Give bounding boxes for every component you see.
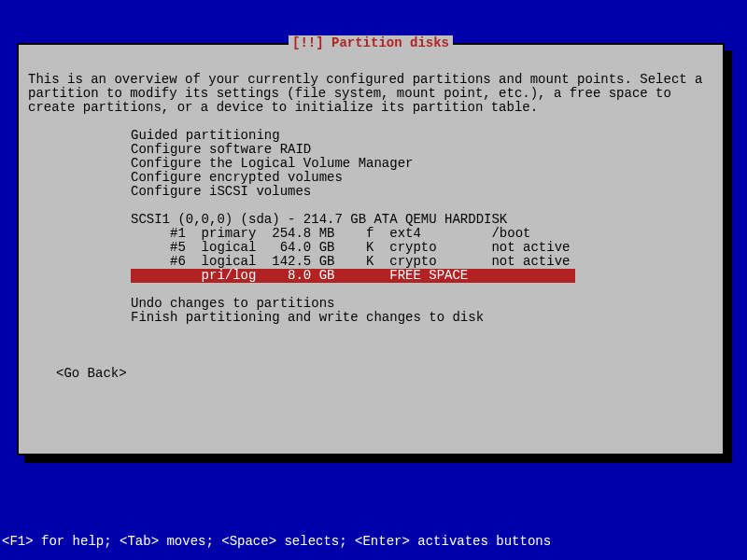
partition-1[interactable]: #1 primary 254.8 MB f ext4 /boot bbox=[131, 227, 713, 241]
finish-partitioning[interactable]: Finish partitioning and write changes to… bbox=[131, 311, 713, 325]
menu-raid[interactable]: Configure software RAID bbox=[131, 143, 713, 157]
partition-6[interactable]: #6 logical 142.5 GB K crypto not active bbox=[131, 255, 713, 269]
partition-actions: Undo changes to partitions Finish partit… bbox=[131, 297, 713, 325]
dialog-title-bar: [!!] Partition disks bbox=[19, 36, 723, 50]
instructions-text: This is an overview of your currently co… bbox=[28, 73, 713, 115]
selected-highlight[interactable]: pri/log 8.0 GB FREE SPACE bbox=[131, 269, 575, 283]
disk-header[interactable]: SCSI1 (0,0,0) (sda) - 214.7 GB ATA QEMU … bbox=[131, 213, 713, 227]
menu-lvm[interactable]: Configure the Logical Volume Manager bbox=[131, 157, 713, 171]
dialog-title: [!!] Partition disks bbox=[289, 35, 453, 50]
help-bar: <F1> for help; <Tab> moves; <Space> sele… bbox=[2, 535, 551, 549]
partition-5[interactable]: #5 logical 64.0 GB K crypto not active bbox=[131, 241, 713, 255]
menu-encrypted[interactable]: Configure encrypted volumes bbox=[131, 171, 713, 185]
partition-dialog: [!!] Partition disks This is an overview… bbox=[17, 43, 725, 455]
undo-changes[interactable]: Undo changes to partitions bbox=[131, 297, 713, 311]
menu-iscsi[interactable]: Configure iSCSI volumes bbox=[131, 185, 713, 199]
go-back-button[interactable]: <Go Back> bbox=[56, 367, 713, 381]
menu-guided[interactable]: Guided partitioning bbox=[131, 129, 713, 143]
config-menu: Guided partitioning Configure software R… bbox=[131, 129, 713, 199]
partition-free-space[interactable]: pri/log 8.0 GB FREE SPACE bbox=[131, 269, 713, 283]
